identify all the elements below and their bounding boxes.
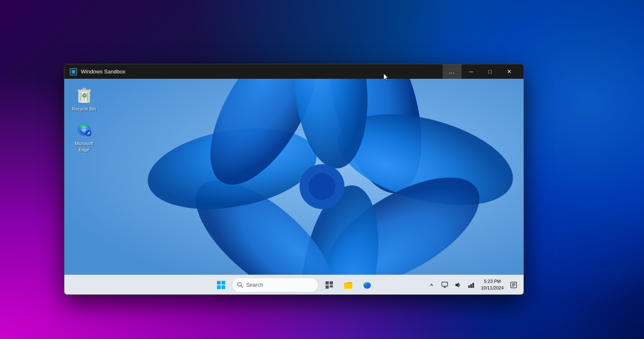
inner-desktop: ♻ Recycle Bin [64,79,524,294]
svg-rect-33 [326,285,329,289]
svg-rect-34 [330,285,333,287]
system-tray: 5:23 PM 10/11/2024 [426,278,519,292]
svg-rect-37 [442,282,448,286]
notifications-icon[interactable] [508,278,519,292]
search-bar[interactable]: Search [232,278,318,292]
maximize-button[interactable]: □ [481,64,500,79]
title-bar: Windows Sandbox ... ─ □ ✕ [64,64,524,79]
svg-text:↗: ↗ [87,131,90,136]
svg-marker-40 [455,282,459,287]
svg-rect-17 [83,88,86,90]
svg-line-30 [241,286,243,287]
more-options-button[interactable]: ... [443,64,462,79]
sandbox-window: Windows Sandbox ... ─ □ ✕ [64,64,524,295]
search-label: Search [246,282,263,288]
svg-rect-27 [217,285,221,289]
window-controls: ... ─ □ ✕ [443,64,519,79]
clock-date: 10/11/2024 [481,285,504,291]
recycle-bin-label: Recycle Bin [72,106,96,112]
svg-rect-41 [468,285,470,288]
microsoft-edge-icon-image: ↗ [74,119,94,139]
minimize-button[interactable]: ─ [462,64,481,79]
recycle-bin-icon[interactable]: ♻ Recycle Bin [68,83,99,113]
svg-rect-32 [330,281,333,285]
clock-time: 5:23 PM [484,278,501,285]
svg-rect-43 [472,283,474,288]
volume-icon[interactable] [452,278,464,292]
start-button[interactable] [213,277,229,293]
svg-rect-31 [326,281,329,285]
recycle-bin-icon-image: ♻ [74,85,94,104]
clock[interactable]: 5:23 PM 10/11/2024 [479,278,506,292]
svg-rect-25 [217,281,221,285]
svg-point-2 [72,71,75,73]
svg-rect-42 [470,284,472,288]
network-icon[interactable] [465,278,477,292]
sandbox-logo-icon [69,68,78,76]
sandbox-content: ♻ Recycle Bin [64,79,524,294]
tray-chevron-button[interactable] [426,278,437,292]
svg-rect-26 [222,281,225,285]
microsoft-edge-icon[interactable]: ↗ Microsoft Edge [68,118,99,154]
svg-text:♻: ♻ [81,92,87,99]
task-view-button[interactable] [321,277,337,293]
desktop-icons: ♻ Recycle Bin [68,83,99,154]
close-button[interactable]: ✕ [500,64,519,79]
flower-wallpaper [64,79,524,294]
monitor-icon[interactable] [439,278,451,292]
svg-rect-28 [222,285,225,289]
taskbar-center: Search [213,277,375,293]
window-title: Windows Sandbox [81,68,443,75]
taskbar-edge-button[interactable] [359,277,375,293]
file-explorer-button[interactable] [340,277,356,293]
search-icon [237,282,243,288]
svg-point-13 [309,173,335,200]
svg-rect-35 [344,283,352,289]
taskbar: Search [64,275,524,294]
microsoft-edge-label: Microsoft Edge [70,141,98,153]
